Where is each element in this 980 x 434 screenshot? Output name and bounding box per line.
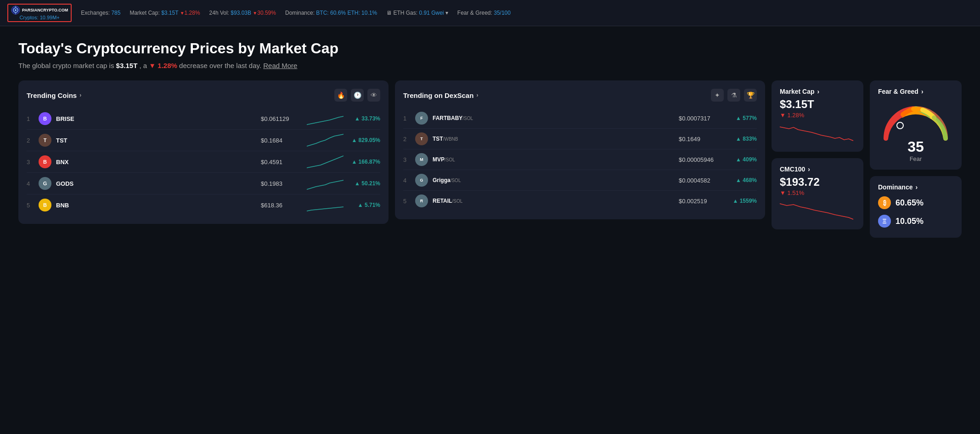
- dex-icon-btn-3[interactable]: 🏆: [744, 89, 757, 102]
- flame-icon-btn[interactable]: 🔥: [334, 89, 347, 102]
- dex-coin-change: ▲ 468%: [725, 177, 757, 183]
- right-bottom-cards: Fear & Greed ›: [870, 80, 962, 238]
- dex-coin-price: $0.0007317: [679, 115, 720, 122]
- coin-num: 2: [27, 137, 34, 144]
- trending-coin-row[interactable]: 2 T TST $0.1684 ▲ 829.05%: [27, 130, 380, 151]
- trending-dex-header: Trending on DexScan › ✦ ⚗ 🏆: [403, 89, 757, 102]
- coin-change: ▲ 50.21%: [348, 180, 380, 187]
- coin-price: $0.1684: [261, 137, 302, 144]
- dex-coin-num: 5: [403, 198, 411, 205]
- coin-num: 1: [27, 115, 34, 122]
- exchanges-stat: Exchanges: 785: [81, 10, 120, 16]
- site-logo[interactable]: PARSIANCRYPTO.COM Cryptos: 10.99M+: [7, 4, 72, 22]
- logo-icon: [11, 6, 20, 15]
- cmc100-value: $193.72: [780, 176, 855, 188]
- market-cap-title[interactable]: Market Cap ›: [780, 88, 855, 95]
- chevron-right-icon-dex: ›: [476, 92, 478, 98]
- dex-coin-name: FARTBABY/SOL: [433, 115, 674, 121]
- dex-coin-avatar: R: [415, 194, 428, 207]
- dex-coin-row[interactable]: 2 T TST/WBNB $0.1649 ▲ 833%: [403, 129, 757, 149]
- main-content: Today's Cryptocurrency Prices by Market …: [0, 26, 980, 247]
- svg-point-2: [15, 9, 17, 11]
- dex-coin-price: $0.00005946: [679, 156, 720, 163]
- coin-chart: [307, 198, 344, 212]
- coin-chart: [307, 155, 344, 169]
- fear-greed-label: Fear: [910, 155, 922, 162]
- coin-change: ▲ 5.71%: [348, 202, 380, 208]
- gauge-svg: [879, 102, 952, 143]
- read-more-link[interactable]: Read More: [263, 62, 297, 69]
- trending-dex-list: 1 F FARTBABY/SOL $0.0007317 ▲ 577% 2 T T…: [403, 108, 757, 211]
- btc-icon: ₿: [878, 196, 891, 209]
- fear-greed-title[interactable]: Fear & Greed ›: [878, 88, 953, 95]
- page-subtitle: The global crypto market cap is $3.15T ,…: [18, 62, 962, 69]
- dex-icon-btn-1[interactable]: ✦: [711, 89, 724, 102]
- coin-name: BNX: [56, 159, 256, 166]
- coin-chart: [307, 133, 344, 147]
- trending-coins-card: Trending Coins › 🔥 🕐 👁 1 B BRISE $0.0611…: [18, 80, 389, 224]
- marketcap-stat: Market Cap: $3.15T ▼1.28%: [130, 10, 200, 16]
- dex-coin-row[interactable]: 5 R RETAIL/SOL $0.002519 ▲ 1559%: [403, 191, 757, 211]
- right-top-cards: Market Cap › $3.15T ▼ 1.28% CMC100 › $19…: [772, 80, 863, 229]
- trending-coins-title[interactable]: Trending Coins ›: [27, 91, 81, 99]
- eth-icon: Ξ: [878, 215, 891, 228]
- coin-num: 3: [27, 159, 34, 166]
- dex-coin-row[interactable]: 1 F FARTBABY/SOL $0.0007317 ▲ 577%: [403, 108, 757, 129]
- dex-coin-avatar: T: [415, 132, 428, 145]
- coin-chart: [307, 112, 344, 126]
- coin-avatar: B: [39, 155, 51, 168]
- trending-coin-row[interactable]: 3 B BNX $0.4591 ▲ 166.87%: [27, 151, 380, 173]
- cmc100-title[interactable]: CMC100 ›: [780, 166, 855, 173]
- coin-num: 4: [27, 180, 34, 187]
- trending-dex-icons: ✦ ⚗ 🏆: [711, 89, 757, 102]
- cmc100-chart: [780, 200, 853, 221]
- gas-stat[interactable]: 🖥 ETH Gas: 0.91 Gwei ▾: [386, 10, 448, 16]
- dex-icon-btn-2[interactable]: ⚗: [727, 89, 740, 102]
- trending-coin-row[interactable]: 1 B BRISE $0.061129 ▲ 33.73%: [27, 108, 380, 130]
- chevron-right-icon-mc: ›: [817, 88, 819, 95]
- btc-dominance-pct: 60.65%: [896, 198, 924, 208]
- trending-coin-row[interactable]: 5 B BNB $618.36 ▲ 5.71%: [27, 194, 380, 216]
- dex-coin-avatar: M: [415, 153, 428, 166]
- coin-change: ▲ 166.87%: [348, 159, 380, 165]
- trending-coins-list: 1 B BRISE $0.061129 ▲ 33.73% 2 T TST $0.…: [27, 108, 380, 216]
- chevron-right-icon-fg: ›: [921, 88, 924, 95]
- coin-name: TST: [56, 137, 256, 144]
- coin-avatar: T: [39, 134, 51, 147]
- chevron-right-icon: ›: [79, 92, 81, 98]
- trending-coin-row[interactable]: 4 G GODS $0.1983 ▲ 50.21%: [27, 173, 380, 194]
- dominance-title[interactable]: Dominance ›: [878, 183, 953, 191]
- clock-icon-btn[interactable]: 🕐: [351, 89, 364, 102]
- dex-coin-change: ▲ 1559%: [725, 198, 757, 204]
- coin-change: ▲ 33.73%: [348, 115, 380, 122]
- coin-name: BRISE: [56, 115, 256, 122]
- dex-coin-name: MVP/SOL: [433, 156, 674, 163]
- dex-coin-num: 1: [403, 115, 411, 122]
- dex-coin-price: $0.0004582: [679, 177, 720, 184]
- coin-price: $618.36: [261, 202, 302, 209]
- trending-dex-title[interactable]: Trending on DexScan ›: [403, 91, 478, 99]
- dex-coin-row[interactable]: 4 G Grigga/SOL $0.0004582 ▲ 468%: [403, 170, 757, 191]
- eye-icon-btn[interactable]: 👁: [367, 89, 380, 102]
- fear-greed-value: 35: [907, 138, 924, 155]
- cryptos-count: Cryptos: 10.99M+: [20, 15, 60, 20]
- topbar: PARSIANCRYPTO.COM Cryptos: 10.99M+ Excha…: [0, 0, 980, 26]
- dex-coin-name: TST/WBNB: [433, 136, 674, 142]
- coin-price: $0.061129: [261, 115, 302, 122]
- dex-coin-num: 3: [403, 156, 411, 163]
- chevron-right-icon-cmc: ›: [808, 166, 810, 173]
- dex-coin-name: Grigga/SOL: [433, 177, 674, 183]
- cmc100-card: CMC100 › $193.72 ▼ 1.51%: [772, 158, 863, 229]
- site-name: PARSIANCRYPTO.COM: [22, 8, 68, 12]
- fear-greed-card: Fear & Greed ›: [870, 80, 962, 170]
- market-cap-card: Market Cap › $3.15T ▼ 1.28%: [772, 80, 863, 152]
- coin-avatar: B: [39, 199, 51, 211]
- coin-chart: [307, 177, 344, 190]
- dex-coin-row[interactable]: 3 M MVP/SOL $0.00005946 ▲ 409%: [403, 149, 757, 170]
- eth-dominance-pct: 10.05%: [896, 217, 924, 226]
- gauge-needle-dot: [897, 122, 903, 129]
- dex-coin-avatar: F: [415, 112, 428, 125]
- coin-avatar: B: [39, 112, 51, 125]
- chevron-right-icon-dom: ›: [915, 183, 918, 191]
- market-cap-chart: [780, 122, 853, 143]
